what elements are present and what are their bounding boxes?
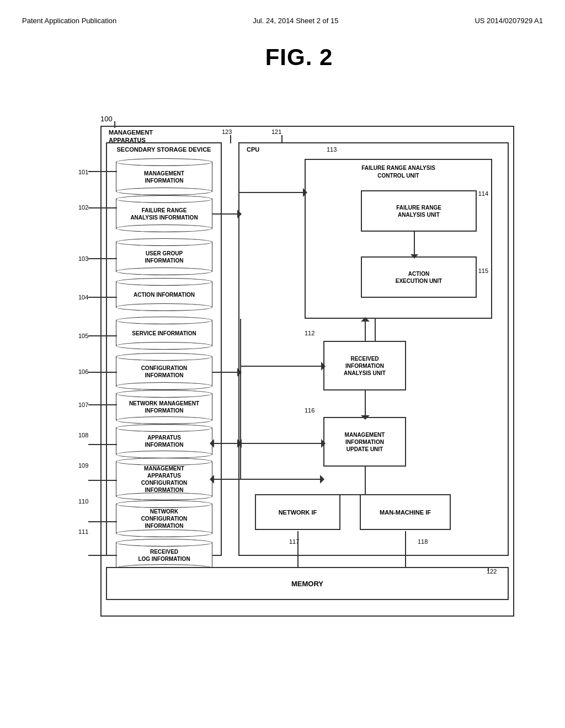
failure-range-analysis-box: FAILURE RANGEANALYSIS UNIT <box>361 190 477 232</box>
ref-104: 104 <box>78 294 88 301</box>
ref-104-line <box>88 297 117 298</box>
mgmt-apparatus-config-label: MANAGEMENTAPPARATUSCONFIGURATIONINFORMAT… <box>141 465 188 494</box>
arrowhead-cpu-h1-l <box>237 439 242 448</box>
ref-118: 118 <box>418 538 428 545</box>
arrow-connect-v-left <box>238 159 239 319</box>
cpu-internal-h1 <box>240 443 324 444</box>
ref-100-line-v <box>114 121 115 128</box>
header-left: Patent Application Publication <box>22 17 116 25</box>
ref-108: 108 <box>78 432 88 438</box>
mgmt-info-update-box: MANAGEMENTINFORMATIONUPDATE UNIT <box>323 417 406 467</box>
ref-123-line <box>230 135 231 143</box>
ref-111: 111 <box>78 528 88 535</box>
arrowhead-down-116 <box>361 415 370 420</box>
ref-105: 105 <box>78 333 88 339</box>
ref-123: 123 <box>222 129 232 135</box>
received-info-analysis-label: RECEIVEDINFORMATIONANALYSIS UNIT <box>344 355 386 377</box>
ref-100: 100 <box>100 115 113 123</box>
ref-121-line <box>281 135 282 143</box>
ref-110: 110 <box>78 498 88 505</box>
page-header: Patent Application Publication Jul. 24, … <box>22 11 543 28</box>
man-machine-if-label: MAN-MACHINE IF <box>380 509 431 516</box>
received-log-info-cylinder: RECEIVEDLOG INFORMATION <box>116 542 212 569</box>
arrowhead-mgmt-l <box>210 475 214 484</box>
ref-109: 109 <box>78 462 88 469</box>
arrowhead-received-from-network <box>321 362 326 371</box>
ref-108-line <box>88 444 117 445</box>
arrow-h-108 <box>212 443 240 444</box>
ref-122-line <box>488 567 489 571</box>
network-if-box: NETWORK IF <box>255 494 340 530</box>
ref-106: 106 <box>78 368 88 375</box>
arrow-h-106 <box>212 372 240 373</box>
memory-box: MEMORY <box>106 567 509 600</box>
ref-115: 115 <box>478 267 488 274</box>
ref-109-line <box>88 480 117 481</box>
ref-107-line <box>88 404 117 405</box>
arrowhead-cpu-h1 <box>321 439 326 448</box>
ref-110-line <box>88 521 117 522</box>
mgmt-info-update-label: MANAGEMENTINFORMATIONUPDATE UNIT <box>345 431 385 453</box>
arrow-received-from-network <box>240 366 324 367</box>
arrow-v-manmachine-down <box>405 531 406 567</box>
failure-range-control-box: FAILURE RANGE ANALYSISCONTROL UNIT FAILU… <box>305 159 492 319</box>
man-machine-if-box: MAN-MACHINE IF <box>360 494 451 530</box>
page: Patent Application Publication Jul. 24, … <box>0 0 565 728</box>
ref-112: 112 <box>305 330 315 336</box>
action-info-label: ACTION INFORMATION <box>134 291 195 298</box>
arrow-h-connect-to-failure <box>238 192 306 193</box>
arrow-v-network-if-down <box>297 531 299 567</box>
config-info-cylinder: CONFIGURATIONINFORMATION <box>116 356 212 387</box>
header-right: US 2014/0207929 A1 <box>475 17 543 25</box>
network-if-label: NETWORK IF <box>279 509 317 516</box>
storage-label: SECONDARY STORAGE DEVICE <box>114 146 214 153</box>
failure-range-info-cylinder: FAILURE RANGEANALYSIS INFORMATION <box>116 199 212 229</box>
ref-111-line <box>88 555 117 556</box>
arrowhead-mgmt-r <box>320 475 324 484</box>
network-mgmt-info-label: NETWORK MANAGEMENTINFORMATION <box>129 400 199 414</box>
arrow-v-114-115 <box>414 232 415 256</box>
management-info-label: MANAGEMENTINFORMATION <box>144 170 184 184</box>
action-info-cylinder: ACTION INFORMATION <box>116 281 212 308</box>
ref-116: 116 <box>305 407 315 414</box>
fig-title: FIG. 2 <box>55 44 543 71</box>
user-group-info-cylinder: USER GROUPINFORMATION <box>116 242 212 272</box>
arrowhead-up-112 <box>361 317 370 322</box>
cpu-internal-v1 <box>240 319 241 479</box>
arrow-h-to-network-if <box>297 494 366 495</box>
ref-101: 101 <box>78 169 88 175</box>
network-config-info-cylinder: NETWORKCONFIGURATIONINFORMATION <box>116 504 212 534</box>
header-center: Jul. 24, 2014 Sheet 2 of 15 <box>253 17 338 25</box>
action-execution-label: ACTIONEXECUTION UNIT <box>396 270 442 285</box>
arrow-v-down-116-if <box>365 467 366 495</box>
ref-113: 113 <box>327 146 337 153</box>
arrowhead-to-failure <box>303 188 307 197</box>
ref-121: 121 <box>271 129 281 135</box>
arrowhead-down-114-115 <box>411 254 418 259</box>
service-info-cylinder: SERVICE INFORMATION <box>116 320 212 346</box>
arrow-v-up-112 <box>365 319 366 342</box>
arrow-h-mgmt-update <box>212 479 323 480</box>
apparatus-info-cylinder: APPARATUSINFORMATION <box>116 427 212 455</box>
cpu-label: CPU <box>247 146 259 153</box>
received-log-info-label: RECEIVEDLOG INFORMATION <box>138 548 190 563</box>
network-config-info-label: NETWORKCONFIGURATIONINFORMATION <box>141 508 188 529</box>
network-mgmt-info-cylinder: NETWORK MANAGEMENTINFORMATION <box>116 393 212 421</box>
management-info-cylinder: MANAGEMENTINFORMATION <box>116 162 212 192</box>
action-execution-box: ACTIONEXECUTION UNIT <box>361 256 477 298</box>
service-info-label: SERVICE INFORMATION <box>132 330 196 337</box>
ref-106-line <box>88 372 117 373</box>
ref-103: 103 <box>78 255 88 262</box>
ref-102: 102 <box>78 204 88 211</box>
memory-label: MEMORY <box>291 580 323 588</box>
ref-103-line <box>88 258 117 259</box>
arrow-v-115-112 <box>375 319 376 342</box>
apparatus-info-label: APPARATUSINFORMATION <box>145 434 184 448</box>
ref-105-line <box>88 335 117 336</box>
ref-114: 114 <box>478 190 488 197</box>
failure-range-analysis-label: FAILURE RANGEANALYSIS UNIT <box>396 204 441 218</box>
received-info-analysis-box: RECEIVEDINFORMATIONANALYSIS UNIT <box>323 341 406 390</box>
ref-101-line <box>88 171 117 172</box>
arrow-h-102 <box>212 213 240 215</box>
arrowhead-108-l <box>210 439 214 448</box>
